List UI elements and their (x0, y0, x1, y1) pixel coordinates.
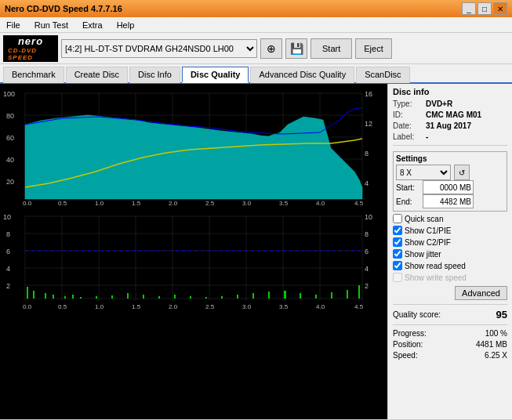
svg-rect-63 (127, 293, 129, 299)
show-c1pie-checkbox[interactable] (393, 226, 402, 235)
quality-score-row: Quality score: 95 (393, 309, 507, 320)
minimize-button[interactable]: _ (462, 2, 476, 15)
end-mb-input[interactable] (423, 194, 474, 208)
svg-rect-78 (358, 285, 360, 299)
disc-type-row: Type: DVD+R (393, 100, 507, 108)
svg-rect-57 (53, 295, 54, 299)
svg-text:3.0: 3.0 (242, 303, 252, 310)
svg-rect-73 (284, 291, 286, 299)
menu-file[interactable]: File (3, 20, 24, 31)
tab-create-disc[interactable]: Create Disc (66, 67, 128, 83)
speed-value: 6.25 X (485, 351, 507, 360)
svg-text:8: 8 (6, 230, 10, 238)
quick-scan-checkbox[interactable] (393, 214, 402, 223)
show-read-speed-row: Show read speed (393, 261, 507, 270)
close-button[interactable]: ✕ (493, 2, 507, 15)
svg-text:4: 4 (365, 265, 369, 273)
svg-rect-70 (237, 295, 238, 299)
disc-date-row: Date: 31 Aug 2017 (393, 121, 507, 130)
menu-extra[interactable]: Extra (79, 20, 106, 31)
eject-button[interactable]: Eject (355, 38, 391, 59)
svg-text:60: 60 (6, 134, 14, 142)
svg-rect-68 (205, 297, 207, 299)
show-jitter-row: Show jitter (393, 249, 507, 259)
settings-title: Settings (396, 154, 504, 163)
menu-help[interactable]: Help (114, 20, 138, 31)
maximize-button[interactable]: □ (478, 2, 492, 15)
svg-text:2.5: 2.5 (205, 303, 215, 310)
tab-advanced-disc-quality[interactable]: Advanced Disc Quality (250, 67, 354, 83)
svg-rect-67 (190, 296, 191, 299)
svg-text:4.5: 4.5 (354, 200, 364, 207)
svg-rect-72 (268, 291, 270, 299)
show-jitter-label: Show jitter (405, 250, 441, 259)
svg-rect-64 (143, 295, 144, 299)
svg-text:6: 6 (365, 248, 369, 255)
svg-rect-55 (33, 291, 34, 299)
svg-text:10: 10 (365, 213, 372, 221)
tab-disc-quality[interactable]: Disc Quality (182, 67, 249, 83)
svg-text:1.0: 1.0 (95, 200, 104, 207)
show-write-speed-checkbox (393, 273, 402, 282)
quick-scan-label: Quick scan (405, 215, 443, 223)
svg-rect-62 (111, 295, 113, 299)
chart-area: 100 80 60 40 20 16 12 8 4 0.0 0.5 1.0 1.… (0, 84, 387, 419)
show-c2pif-row: Show C2/PIF (393, 237, 507, 247)
menu-bar: File Run Test Extra Help (0, 17, 512, 33)
svg-text:1.5: 1.5 (132, 303, 141, 310)
svg-text:4: 4 (365, 179, 369, 187)
svg-text:8: 8 (365, 150, 369, 158)
id-value: CMC MAG M01 (426, 110, 481, 119)
svg-text:0.0: 0.0 (23, 303, 32, 310)
start-mb-label: Start: (396, 183, 419, 192)
nero-logo-subtext: CD-DVD SPEED (8, 47, 53, 61)
quality-score-value: 95 (496, 309, 507, 320)
quick-scan-row: Quick scan (393, 214, 507, 223)
svg-text:12: 12 (365, 120, 372, 128)
svg-rect-77 (347, 290, 348, 299)
scan-icon-button[interactable]: ⊕ (260, 38, 282, 59)
show-c1pie-row: Show C1/PIE (393, 226, 507, 235)
show-write-speed-label: Show write speed (405, 273, 467, 282)
type-label: Type: (393, 100, 423, 108)
svg-text:2.5: 2.5 (205, 200, 215, 207)
speed-label: Speed: (393, 351, 418, 360)
svg-text:100: 100 (3, 90, 15, 98)
show-read-speed-label: Show read speed (405, 262, 466, 270)
speed-selector[interactable]: 8 X (396, 165, 451, 180)
save-icon-button[interactable]: 💾 (285, 38, 307, 59)
svg-text:10: 10 (3, 213, 11, 221)
show-jitter-checkbox[interactable] (393, 249, 402, 259)
id-label: ID: (393, 110, 423, 119)
progress-value: 100 % (485, 329, 507, 338)
svg-text:20: 20 (6, 178, 14, 186)
quality-score-label: Quality score: (393, 310, 441, 319)
svg-text:8: 8 (365, 230, 369, 238)
svg-text:2.0: 2.0 (169, 200, 178, 207)
svg-text:6: 6 (6, 248, 10, 255)
svg-text:3.5: 3.5 (279, 200, 289, 207)
position-row: Position: 4481 MB (393, 340, 507, 349)
advanced-button[interactable]: Advanced (455, 286, 507, 300)
show-write-speed-row: Show write speed (393, 273, 507, 282)
tab-disc-info[interactable]: Disc Info (129, 67, 180, 83)
drive-selector[interactable]: [4:2] HL-DT-ST DVDRAM GH24NSD0 LH00 (61, 39, 257, 58)
svg-rect-54 (27, 287, 28, 299)
progress-label: Progress: (393, 329, 427, 338)
svg-text:80: 80 (6, 112, 14, 120)
start-mb-input[interactable] (423, 180, 474, 194)
tab-scan-disc[interactable]: ScanDisc (356, 67, 409, 83)
toolbar: nero CD-DVD SPEED [4:2] HL-DT-ST DVDRAM … (0, 33, 512, 64)
start-button[interactable]: Start (310, 38, 352, 59)
svg-text:4: 4 (6, 265, 10, 273)
show-c2pif-checkbox[interactable] (393, 237, 402, 247)
menu-run-test[interactable]: Run Test (31, 20, 71, 31)
refresh-button[interactable]: ↺ (454, 165, 470, 180)
svg-text:3.0: 3.0 (242, 200, 252, 207)
label-label: Label: (393, 132, 423, 141)
show-read-speed-checkbox[interactable] (393, 261, 402, 270)
tab-benchmark[interactable]: Benchmark (3, 67, 64, 83)
right-panel: Disc info Type: DVD+R ID: CMC MAG M01 Da… (387, 84, 512, 419)
svg-text:1.0: 1.0 (95, 303, 104, 310)
svg-text:3.5: 3.5 (279, 303, 289, 310)
